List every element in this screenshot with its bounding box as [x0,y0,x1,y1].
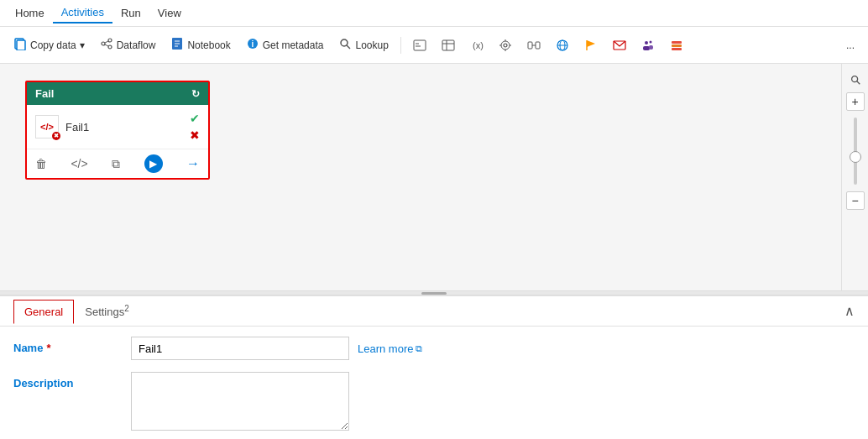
svg-point-37 [645,41,648,44]
canvas-area: Fail ↻ </> ✖ Fail1 ✔ ✖ 🗑 </> ⧉ ▶ [0,64,868,290]
svg-line-5 [105,41,108,43]
pipeline-button[interactable] [520,35,547,55]
copy-data-button[interactable]: Copy data ▾ [7,34,92,56]
description-label: Description [13,372,131,389]
tab-settings-badge: 2 [124,304,129,313]
mail-button[interactable] [606,35,633,55]
dataflow-label: Dataflow [117,39,156,51]
collapse-icon: ∧ [844,304,855,318]
bottom-tabs: General Settings2 ∧ [0,296,868,327]
get-metadata-icon: i [246,37,259,53]
teams-button[interactable] [635,35,661,55]
copy-action-button[interactable]: ⧉ [112,157,120,171]
activity-type-icon: </> ✖ [35,115,59,138]
success-icon[interactable]: ✔ [190,112,200,125]
notebook-icon [170,37,184,53]
zoom-in-button[interactable]: + [846,92,865,111]
svg-rect-29 [536,42,540,49]
table-button[interactable] [435,35,462,55]
copy-data-icon [13,37,27,53]
dataflow-icon [100,37,113,53]
svg-point-4 [108,45,112,49]
learn-more-label: Learn more [358,342,413,355]
activity-card-body: </> ✖ Fail1 ✔ ✖ [27,105,208,149]
svg-line-14 [347,45,350,49]
menu-home[interactable]: Home [7,3,53,23]
activity-card-header: Fail ↻ [27,82,208,105]
form-row-name: Name Learn more ⧉ [13,337,855,360]
svg-rect-15 [414,40,426,50]
config-button[interactable] [492,35,519,55]
svg-point-44 [851,76,857,82]
run-action-button[interactable]: ▶ [144,154,163,173]
form-area: Name Learn more ⧉ Description Activity s… [0,327,868,439]
get-metadata-label: Get metadata [263,39,324,51]
bottom-panel: General Settings2 ∧ Name Learn more ⧉ De… [0,295,868,439]
flag-button[interactable] [578,35,604,55]
svg-point-23 [501,41,510,50]
zoom-slider[interactable] [854,118,857,185]
notebook-label: Notebook [187,39,230,51]
tab-settings[interactable]: Settings2 [74,298,140,324]
delete-action-button[interactable]: 🗑 [35,157,47,170]
divider-handle [421,292,447,295]
menu-activities[interactable]: Activities [53,3,112,24]
stack-button[interactable] [663,35,690,55]
notebook-button[interactable]: Notebook [164,34,237,56]
activity-name-label: Fail1 [65,121,89,133]
svg-rect-41 [672,41,682,44]
zoom-handle[interactable] [850,151,861,163]
description-input[interactable] [131,372,349,431]
learn-more-link[interactable]: Learn more ⧉ [358,342,422,355]
lookup-button[interactable]: Lookup [332,34,395,56]
lookup-label: Lookup [355,39,388,51]
code-action-button[interactable]: </> [71,157,87,170]
external-link-icon: ⧉ [416,343,422,354]
more-button[interactable]: ... [839,36,861,55]
svg-line-45 [856,81,860,85]
expression-button[interactable]: (x) [463,35,490,55]
svg-rect-42 [672,44,682,47]
toolbar: Copy data ▾ Dataflow Notebook i Get meta… [0,27,868,64]
menu-view[interactable]: View [149,3,190,23]
canvas-main[interactable]: Fail ↻ </> ✖ Fail1 ✔ ✖ 🗑 </> ⧉ ▶ [0,64,841,290]
more-label: ... [846,39,855,51]
svg-text:i: i [251,39,254,49]
name-input[interactable] [131,337,349,360]
form-row-description: Description [13,372,855,431]
get-metadata-button[interactable]: i Get metadata [239,34,331,56]
canvas-search-button[interactable] [846,71,865,89]
svg-point-13 [341,39,348,46]
panel-collapse-button[interactable]: ∧ [844,303,855,319]
svg-point-2 [102,42,105,45]
arrow-action-button[interactable]: → [186,156,200,171]
description-control-wrap [131,372,349,431]
svg-rect-40 [649,45,653,50]
toolbar-separator [400,37,401,54]
svg-point-38 [649,40,651,43]
error-icon[interactable]: ✖ [190,128,200,142]
svg-rect-39 [643,46,650,50]
web-button[interactable] [549,35,576,55]
name-label: Name [13,337,131,354]
activity-card-refresh-icon[interactable]: ↻ [191,88,200,100]
svg-point-22 [504,44,507,47]
copy-data-label: Copy data [30,39,76,51]
script-button[interactable] [406,35,433,55]
svg-marker-34 [587,40,595,47]
copy-data-dropdown-icon: ▾ [80,39,85,51]
card-actions: 🗑 </> ⧉ ▶ → [27,149,208,178]
name-control-wrap: Learn more ⧉ [131,337,422,360]
error-badge: ✖ [52,132,60,140]
dataflow-button[interactable]: Dataflow [93,34,163,56]
lookup-icon [338,37,352,53]
menu-run[interactable]: Run [112,3,149,23]
svg-line-6 [105,44,108,46]
svg-point-3 [108,39,112,42]
tab-settings-label: Settings [85,306,124,318]
svg-rect-28 [528,42,532,49]
svg-rect-1 [17,40,25,50]
tab-general[interactable]: General [13,300,74,324]
activity-card: Fail ↻ </> ✖ Fail1 ✔ ✖ 🗑 </> ⧉ ▶ [25,81,210,180]
zoom-out-button[interactable]: − [846,191,865,210]
